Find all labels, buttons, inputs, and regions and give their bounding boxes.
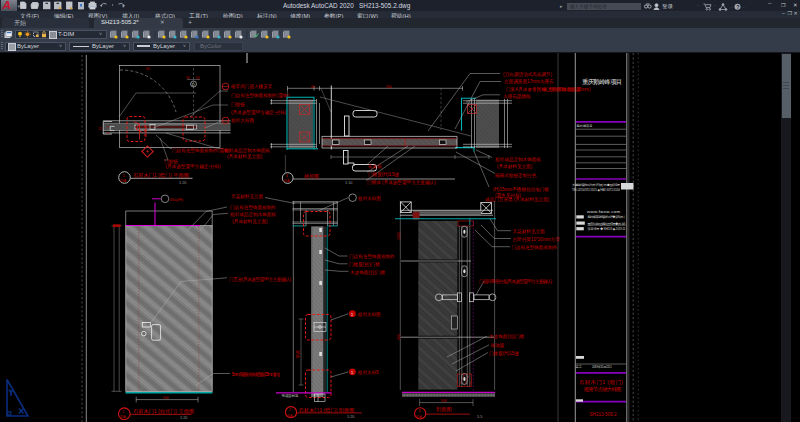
svg-text:05A: 05A	[416, 415, 423, 419]
svg-text:05A: 05A	[287, 414, 294, 418]
svg-text:相邻大样图: 相邻大样图	[231, 118, 254, 124]
svg-text:90: 90	[146, 67, 150, 71]
svg-text:4: 4	[418, 408, 421, 413]
svg-text:05a(H): 05a(H)	[170, 197, 184, 202]
svg-text:门五金(具体选型需甲方主意确认): 门五金(具体选型需甲方主意确认)	[229, 276, 291, 283]
svg-text:1:20: 1:20	[179, 181, 186, 185]
svg-text:重庆市渝中区鹅岭正街1号 ◆ 设计部: 重庆市渝中区鹅岭正街1号 ◆ 设计部	[588, 222, 626, 226]
svg-text:石材木门1 (拉丝门) 立面图: 石材木门1 (拉丝门) 立面图	[133, 408, 194, 415]
svg-text:鹅岭峰项目: 鹅岭峰项目	[577, 124, 593, 128]
svg-text:门铰链: 门铰链	[231, 101, 245, 108]
svg-text:1: 1	[351, 371, 353, 375]
svg-text:SH213-505.2: SH213-505.2	[590, 412, 618, 417]
svg-text:60: 60	[311, 85, 315, 89]
svg-text:门槛胶(H)15缝: 门槛胶(H)15缝	[489, 350, 519, 356]
svg-text:门边框造型饰面板制作(需饰): 门边框造型饰面板制作(需饰)	[172, 147, 231, 154]
svg-text:门边框造型饰面板制作(需饰): 门边框造型饰面板制作(需饰)	[231, 92, 290, 99]
svg-text:相邻成品定制木饰面板: 相邻成品定制木饰面板	[495, 156, 541, 163]
svg-text:(H)15mm不锈钢拉丝地门槛: (H)15mm不锈钢拉丝地门槛	[493, 186, 549, 193]
svg-text:相邻图: 相邻图	[304, 173, 319, 180]
svg-text:(具体材料见立面): (具体材料见立面)	[227, 153, 263, 160]
svg-text:2400: 2400	[397, 232, 401, 240]
svg-text:1: 1	[122, 409, 125, 414]
svg-text:(具体材料见立面): (具体材料见立面)	[232, 218, 268, 225]
svg-text:900: 900	[163, 396, 169, 400]
svg-text:大连鹅岭装饰工程设计有限公司 ◆ 图纸编号: 大连鹅岭装饰工程设计有限公司 ◆ 图纸编号	[572, 183, 620, 187]
svg-text:1:20: 1:20	[180, 416, 187, 420]
svg-text:天花材料见立面: 天花材料见立面	[513, 228, 546, 235]
svg-text:门扇升降密封条(具体选型需甲方主意确认): 门扇升降密封条(具体选型需甲方主意确认)	[479, 278, 552, 285]
svg-text:玻璃胶: 玻璃胶	[491, 342, 505, 348]
svg-text:05A: 05A	[284, 179, 291, 183]
svg-text:25: 25	[99, 127, 103, 131]
svg-text:D: D	[192, 82, 195, 87]
svg-text:·: ·	[743, 4, 745, 10]
svg-text:台阶托管10*20mm方管: 台阶托管10*20mm方管	[513, 236, 561, 243]
svg-text:相邻大样图: 相邻大样图	[358, 312, 381, 318]
svg-text:(具体选型需甲方确定-封样): (具体选型需甲方确定-封样)	[231, 109, 287, 116]
svg-text:www.fwxw.com: www.fwxw.com	[587, 209, 620, 214]
svg-text:门边框造型饰面板制作: 门边框造型饰面板制作	[230, 204, 276, 211]
svg-text:木皮饰面(拉)门槛: 木皮饰面(拉)门槛	[350, 269, 386, 276]
svg-text:(具体材料见立面): (具体材料见立面)	[497, 163, 533, 170]
svg-text:石材木门1 (暗门) 剖面图: 石材木门1 (暗门) 剖面图	[299, 407, 355, 414]
svg-text:2019年11月22日: 2019年11月22日	[592, 365, 612, 369]
svg-text:05A: 05A	[120, 415, 127, 419]
svg-text:重庆鹅岭峰项目: 重庆鹅岭峰项目	[582, 78, 622, 86]
svg-text:木皮饰面(拉)门槛: 木皮饰面(拉)门槛	[489, 333, 525, 340]
svg-text:暗装闭门器入槽安装: 暗装闭门器入槽安装	[231, 84, 273, 90]
svg-text:4: 4	[286, 173, 289, 178]
svg-text:暗藏式铰链定制分色: 暗藏式铰链定制分色	[495, 172, 537, 179]
svg-text:项目编号 ◆ SH213 ◆ 2019.11: 项目编号 ◆ SH213 ◆ 2019.11	[588, 227, 626, 231]
svg-text:900: 900	[386, 85, 392, 89]
svg-text:(具体选型需甲方确定-封样): (具体选型需甲方确定-封样)	[166, 163, 222, 170]
svg-text:900: 900	[441, 399, 447, 403]
svg-text:石材木门1 (暗门) 平面图: 石材木门1 (暗门) 平面图	[133, 172, 189, 179]
svg-text:2: 2	[289, 407, 292, 412]
svg-text:1:20: 1:20	[347, 415, 354, 419]
svg-text:通用节点做大样图: 通用节点做大样图	[584, 386, 622, 393]
svg-text:相邻成品定制木饰面板: 相邻成品定制木饰面板	[230, 211, 276, 218]
svg-text:1:5: 1:5	[477, 415, 482, 419]
svg-text:5mm厚磨砂玻璃(预留25mm)(内): 5mm厚磨砂玻璃(预留25mm)(内)	[232, 371, 280, 378]
svg-text:大理石踢脚线: 大理石踢脚线	[503, 93, 531, 100]
svg-text:门边框造型饰面板制作: 门边框造型饰面板制作	[349, 253, 395, 260]
svg-text:50: 50	[186, 76, 190, 80]
svg-text:(万向调活动式高低调节): (万向调活动式高低调节)	[503, 71, 552, 78]
svg-text:门边框造型饰面板制作: 门边框造型饰面板制作	[511, 244, 557, 251]
svg-text:石膏板: 石膏板	[368, 164, 382, 170]
svg-text:相邻成品定制木饰面板: 相邻成品定制木饰面板	[224, 147, 270, 154]
svg-text:台面调原面17mm大理石: 台面调原面17mm大理石	[504, 78, 554, 85]
svg-text:05A: 05A	[120, 179, 127, 183]
svg-text:900: 900	[397, 334, 401, 340]
svg-text:门槛胶(把)门锁: 门槛胶(把)门锁	[349, 261, 380, 268]
svg-text:留高: 留高	[295, 350, 300, 358]
svg-text:相邻大样5: 相邻大样5	[358, 370, 379, 375]
svg-text:鹅岭峰项目精装修工程 ◆ 深化设计: 鹅岭峰项目精装修工程 ◆ 深化设计	[588, 215, 627, 219]
svg-text:1:10: 1:10	[345, 181, 352, 185]
svg-text:审定: 审定	[576, 365, 582, 369]
svg-text:·: ·	[731, 4, 733, 10]
svg-text:50: 50	[196, 76, 200, 80]
svg-text:天花材料见立面: 天花材料见立面	[231, 193, 264, 200]
svg-text:门锁体 (具体选型需甲方主意确认): 门锁体 (具体选型需甲方主意确认)	[367, 179, 436, 186]
svg-text:相邻大样图: 相邻大样图	[358, 196, 381, 202]
svg-text:峰_预留25mm间缝: 峰_预留25mm间缝	[542, 86, 581, 93]
svg-text:?: ?	[736, 4, 739, 10]
svg-text:1: 1	[123, 173, 126, 178]
svg-text:剖面图: 剖面图	[436, 406, 452, 413]
svg-text:完成面标高: 完成面标高	[282, 394, 300, 398]
svg-text:1: 1	[351, 313, 353, 317]
svg-text:TEL 023-6372-5515 ◆ FAX 6372-5: TEL 023-6372-5515 ◆ FAX 6372-5516	[572, 188, 620, 192]
svg-text:门槛胶(H)3.5缝: 门槛胶(H)3.5缝	[368, 171, 400, 177]
